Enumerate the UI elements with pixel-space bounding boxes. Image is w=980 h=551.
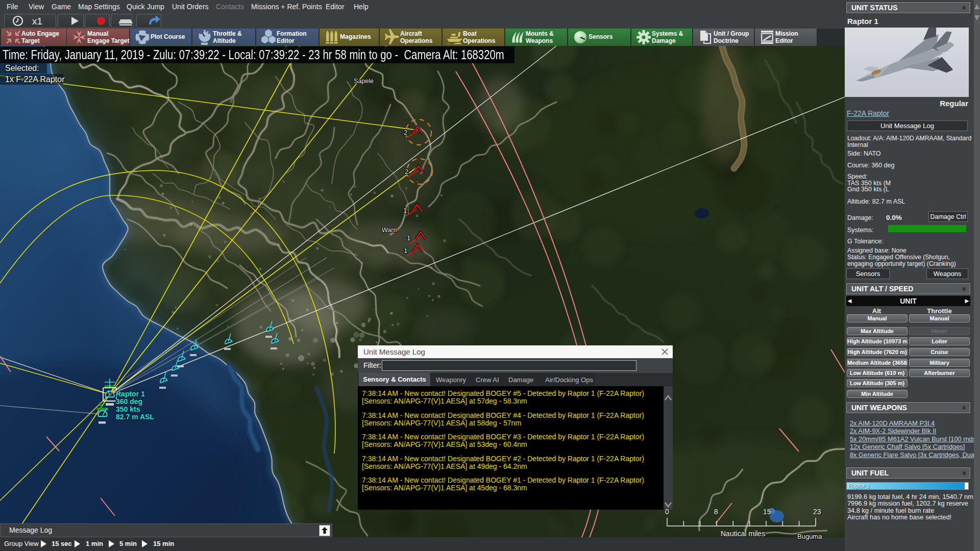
svg-text:Sapele: Sapele	[354, 78, 374, 85]
svg-text:350 kts: 350 kts	[116, 405, 140, 413]
svg-text:0: 0	[665, 508, 669, 516]
svg-text:2: 2	[404, 129, 407, 136]
svg-text:Nautical miles: Nautical miles	[721, 530, 765, 538]
svg-text:Warri: Warri	[382, 227, 397, 234]
svg-text:x1: x1	[32, 16, 42, 27]
svg-text:1: 1	[407, 234, 410, 242]
svg-text:82.7 m ASL: 82.7 m ASL	[116, 413, 154, 421]
svg-text:23: 23	[813, 508, 821, 516]
svg-text:1: 1	[404, 247, 407, 255]
svg-text:360 deg: 360 deg	[116, 397, 142, 406]
svg-text:15: 15	[763, 508, 771, 516]
svg-text:Raptor 1: Raptor 1	[116, 390, 145, 398]
svg-text:2: 2	[405, 168, 408, 176]
svg-text:8: 8	[714, 508, 718, 516]
svg-text:1: 1	[403, 207, 407, 214]
